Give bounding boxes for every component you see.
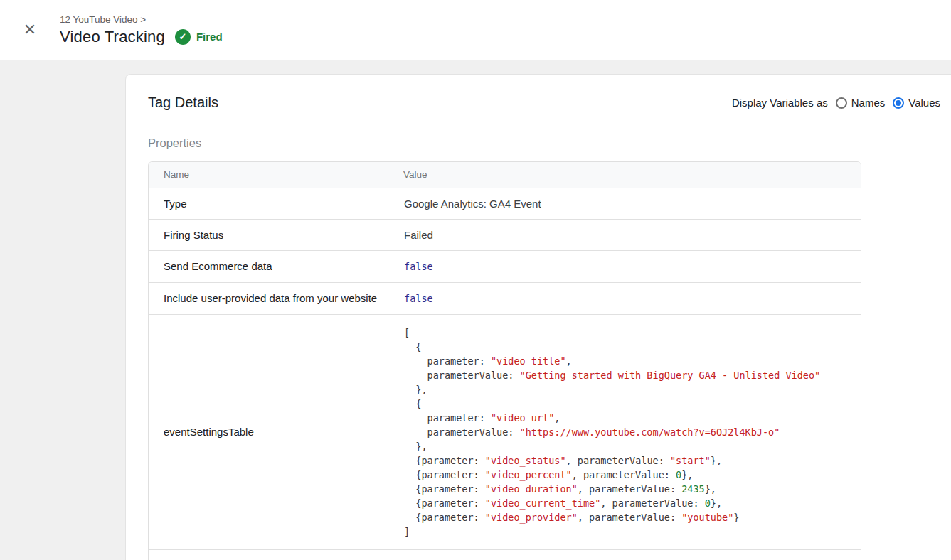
- card-title: Tag Details: [148, 95, 218, 111]
- row-value: false: [403, 282, 861, 314]
- check-icon: ✓: [175, 29, 191, 45]
- table-row: Event Name"video_start": [149, 549, 861, 560]
- display-variables-toggle: Display Variables as Names Values: [732, 97, 940, 109]
- status-badge: ✓ Fired: [175, 29, 223, 45]
- row-value: [ { parameter: "video_title", parameterV…: [403, 314, 861, 549]
- row-name: Type: [149, 188, 403, 219]
- tag-details-card: Tag Details Display Variables as Names V…: [125, 74, 951, 560]
- row-value: Google Analytics: GA4 Event: [403, 188, 861, 219]
- table-row: eventSettingsTable[ { parameter: "video_…: [149, 314, 861, 549]
- table-header-row: Name Value: [149, 162, 861, 188]
- row-value: Failed: [403, 219, 861, 250]
- radio-values[interactable]: Values: [893, 97, 940, 109]
- radio-icon-names: [836, 97, 847, 109]
- row-name: Include user-provided data from your web…: [149, 282, 403, 314]
- table-row: Firing StatusFailed: [149, 219, 861, 250]
- page-title: Video Tracking: [60, 28, 165, 46]
- content-area: Tag Details Display Variables as Names V…: [0, 60, 951, 560]
- breadcrumb[interactable]: 12 YouTube Video >: [60, 14, 223, 25]
- status-label: Fired: [196, 31, 223, 43]
- radio-values-label: Values: [908, 97, 940, 109]
- table-row: TypeGoogle Analytics: GA4 Event: [149, 188, 861, 219]
- row-name: Event Name: [149, 549, 403, 560]
- close-icon: ✕: [23, 21, 36, 38]
- row-value: "video_start": [403, 549, 861, 560]
- radio-icon-values: [893, 97, 904, 109]
- col-header-value: Value: [403, 162, 861, 188]
- col-header-name: Name: [149, 162, 403, 188]
- table-row: Include user-provided data from your web…: [149, 282, 861, 314]
- dialog-header: ✕ 12 YouTube Video > Video Tracking ✓ Fi…: [0, 0, 951, 60]
- row-name: Send Ecommerce data: [149, 250, 403, 282]
- title-block: 12 YouTube Video > Video Tracking ✓ Fire…: [60, 14, 223, 46]
- radio-names[interactable]: Names: [836, 97, 886, 109]
- row-name: Firing Status: [149, 219, 403, 250]
- table-row: Send Ecommerce datafalse: [149, 250, 861, 282]
- properties-table: Name Value TypeGoogle Analytics: GA4 Eve…: [148, 161, 861, 560]
- display-variables-label: Display Variables as: [732, 97, 828, 109]
- section-title: Properties: [148, 136, 951, 150]
- properties-rows: TypeGoogle Analytics: GA4 EventFiring St…: [149, 188, 861, 560]
- row-name: eventSettingsTable: [149, 314, 403, 549]
- radio-names-label: Names: [851, 97, 886, 109]
- row-value: false: [403, 250, 861, 282]
- close-button[interactable]: ✕: [17, 17, 43, 43]
- code-block: [ { parameter: "video_title", parameterV…: [404, 323, 846, 542]
